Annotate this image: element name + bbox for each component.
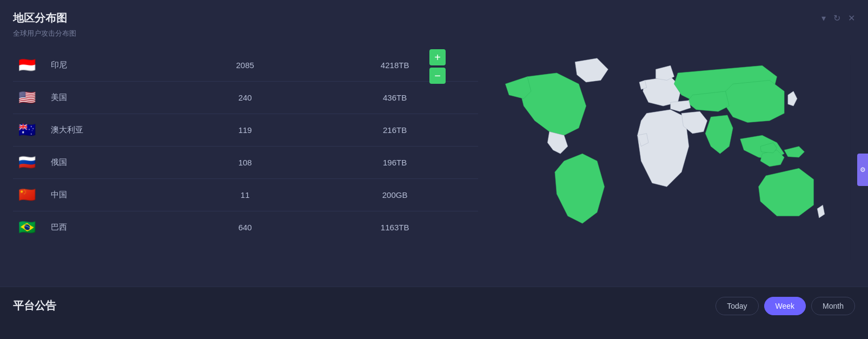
count-cell: 119 [178, 114, 312, 147]
traffic-cell: 200GB [312, 179, 478, 211]
zoom-out-button[interactable]: − [429, 68, 446, 84]
zoom-controls: + − [429, 49, 446, 84]
table-row: 🇺🇸 美国 240 436TB [13, 82, 478, 114]
flag-cell: 🇺🇸 [13, 82, 45, 114]
panel-title: 地区分布图 [13, 11, 67, 25]
flag-cell: 🇦🇺 [13, 114, 45, 147]
time-filter-button-month[interactable]: Month [811, 297, 855, 315]
flag-icon: 🇦🇺 [18, 122, 36, 138]
country-name: 巴西 [45, 211, 178, 244]
table-row: 🇷🇺 俄国 108 196TB [13, 147, 478, 179]
left-panel: 🇮🇩 印尼 2085 4218TB 🇺🇸 美国 240 436TB 🇦🇺 澳大利… [13, 49, 478, 265]
table-row: 🇧🇷 巴西 640 1163TB [13, 211, 478, 244]
chevron-down-icon[interactable]: ▾ [821, 13, 826, 23]
world-map: .land { fill: #dde2ea; stroke: #b0b8c8; … [483, 55, 851, 260]
count-cell: 108 [178, 147, 312, 179]
right-edge-tab[interactable]: ⚙ [857, 154, 868, 186]
flag-icon: 🇮🇩 [18, 57, 36, 73]
flag-icon: 🇺🇸 [18, 89, 36, 105]
panel-subtitle: 全球用户攻击分布图 [13, 29, 855, 38]
data-table: 🇮🇩 印尼 2085 4218TB 🇺🇸 美国 240 436TB 🇦🇺 澳大利… [13, 49, 478, 243]
right-edge-icon: ⚙ [860, 166, 866, 174]
bottom-bar: 平台公告 TodayWeekMonth [0, 287, 868, 324]
country-name: 澳大利亚 [45, 114, 178, 147]
country-name: 俄国 [45, 147, 178, 179]
bottom-title: 平台公告 [13, 298, 56, 313]
country-name: 美国 [45, 82, 178, 114]
main-panel: 地区分布图 ▾ ↻ ✕ 全球用户攻击分布图 🇮🇩 印尼 2085 4218TB … [0, 0, 868, 287]
zoom-in-button[interactable]: + [429, 49, 446, 65]
flag-icon: 🇷🇺 [18, 154, 36, 170]
flag-cell: 🇨🇳 [13, 179, 45, 211]
time-filter-button-today[interactable]: Today [715, 297, 758, 315]
traffic-cell: 4218TB [312, 49, 478, 82]
traffic-cell: 216TB [312, 114, 478, 147]
flag-icon: 🇨🇳 [18, 187, 36, 203]
table-row: 🇦🇺 澳大利亚 119 216TB [13, 114, 478, 147]
time-filter-button-week[interactable]: Week [764, 297, 806, 315]
header-controls: ▾ ↻ ✕ [821, 13, 855, 23]
traffic-cell: 196TB [312, 147, 478, 179]
flag-icon: 🇧🇷 [18, 219, 36, 235]
content-area: 🇮🇩 印尼 2085 4218TB 🇺🇸 美国 240 436TB 🇦🇺 澳大利… [13, 49, 855, 265]
flag-cell: 🇮🇩 [13, 49, 45, 82]
close-icon[interactable]: ✕ [848, 13, 855, 23]
flag-cell: 🇧🇷 [13, 211, 45, 244]
traffic-cell: 1163TB [312, 211, 478, 244]
count-cell: 11 [178, 179, 312, 211]
count-cell: 240 [178, 82, 312, 114]
map-area: .land { fill: #dde2ea; stroke: #b0b8c8; … [478, 49, 855, 265]
time-filters: TodayWeekMonth [715, 297, 855, 315]
table-row: 🇮🇩 印尼 2085 4218TB [13, 49, 478, 82]
panel-header: 地区分布图 ▾ ↻ ✕ [13, 11, 855, 25]
country-name: 中国 [45, 179, 178, 211]
country-name: 印尼 [45, 49, 178, 82]
count-cell: 640 [178, 211, 312, 244]
traffic-cell: 436TB [312, 82, 478, 114]
refresh-icon[interactable]: ↻ [833, 13, 840, 23]
flag-cell: 🇷🇺 [13, 147, 45, 179]
count-cell: 2085 [178, 49, 312, 82]
table-row: 🇨🇳 中国 11 200GB [13, 179, 478, 211]
